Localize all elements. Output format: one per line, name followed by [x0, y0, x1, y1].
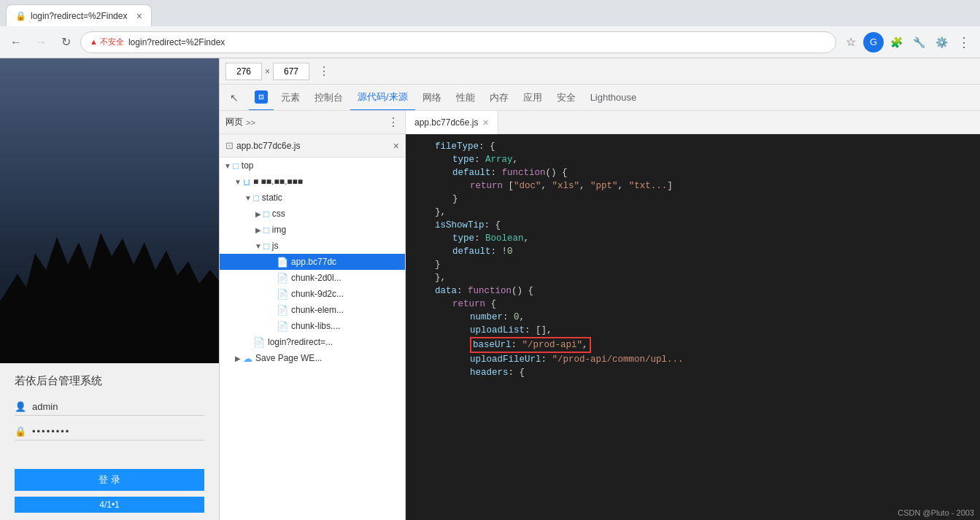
back-button[interactable]: ← — [6, 32, 26, 53]
file-tab-close[interactable]: × — [393, 140, 399, 152]
code-file-tab-item[interactable]: app.bc77dc6e.js × — [406, 111, 498, 134]
code-line-18: headers: { — [406, 366, 980, 379]
file-tab-name[interactable]: app.bc77dc6e.js — [236, 141, 300, 151]
tab-console[interactable]: 控制台 — [307, 85, 350, 111]
tab-security[interactable]: 安全 — [549, 85, 583, 111]
tab-elements-icon[interactable]: ⊡ — [249, 85, 274, 111]
tab-sources[interactable]: 源代码/来源 — [350, 85, 415, 111]
file-tree-panel: 网页 >> ⋮ ⊡ app.bc77dc6e.js × ▼ □ — [220, 111, 406, 520]
file-icon2: 📄 — [277, 289, 288, 300]
browser-toolbar: ← → ↻ ▲ 不安全 login?redirect=%2Findex ☆ G … — [0, 26, 980, 58]
menu-icon[interactable]: ⋮ — [954, 32, 974, 53]
code-line-16: baseUrl: "/prod-api", — [406, 337, 980, 353]
save-label: Save Page WE... — [255, 353, 322, 363]
tree-label: top — [242, 160, 254, 171]
line-num-3 — [406, 166, 435, 179]
browser-tab[interactable]: 🔒 login?redirect=%2Findex × — [6, 4, 152, 26]
line-num-4 — [406, 179, 435, 193]
arrow-icon2: ▼ — [233, 178, 243, 186]
file-tab: ⊡ app.bc77dc6e.js × — [220, 134, 405, 158]
webpage-label[interactable]: 网页 — [225, 116, 243, 128]
tab-close[interactable]: × — [136, 10, 142, 22]
tab-elements[interactable]: 元素 — [274, 85, 307, 111]
tree-item-js[interactable]: ▼ □ js — [220, 238, 405, 254]
username-field[interactable]: 👤 admin — [15, 398, 204, 416]
forward-button[interactable]: → — [31, 32, 51, 53]
code-line-3: default: function() { — [406, 166, 980, 179]
password-field[interactable]: 🔒 •••••••• — [15, 423, 204, 441]
elements-icon-box: ⊡ — [255, 90, 268, 104]
code-file-tab-bar: app.bc77dc6e.js × — [406, 111, 980, 134]
arrow-icon13: ▶ — [233, 354, 243, 362]
url-display: login?redirect=%2Findex — [128, 37, 225, 47]
folder-icon6: □ — [263, 241, 269, 252]
code-line-10: } — [406, 258, 980, 271]
line-num-11 — [406, 271, 435, 284]
code-tab-close[interactable]: × — [482, 117, 488, 128]
code-line-13: return { — [406, 298, 980, 311]
tree-item-domain[interactable]: ▼ ⊔ ■ ■■.■■.■■■ — [220, 174, 405, 190]
line-code-1: fileType: { — [435, 140, 495, 153]
tab-favicon: 🔒 — [15, 11, 26, 21]
line-code-3: default: function() { — [435, 166, 568, 179]
chunk1-label: chunk-2d0l... — [291, 273, 342, 283]
folder-icon5: □ — [263, 225, 269, 236]
tree-item-chunk1[interactable]: 📄 chunk-2d0l... — [220, 270, 405, 286]
tree-item-static[interactable]: ▼ □ static — [220, 190, 405, 206]
tab-network[interactable]: 网络 — [415, 85, 449, 111]
tree-item-top[interactable]: ▼ □ top — [220, 158, 405, 174]
arrow-icon: ▼ — [223, 162, 233, 170]
line-num-9 — [406, 245, 435, 258]
line-code-7: isShowTip: { — [435, 219, 501, 232]
width-input[interactable]: 276 — [225, 63, 262, 80]
login-button-preview: 登 录 — [15, 469, 204, 491]
tree-more-btn[interactable]: ⋮ — [387, 115, 399, 129]
password-value: •••••••• — [32, 426, 70, 437]
height-input[interactable]: 677 — [273, 63, 309, 80]
profile-icon[interactable]: G — [863, 32, 884, 53]
bookmark-icon[interactable]: ☆ — [841, 32, 861, 53]
line-num-7 — [406, 219, 435, 232]
devtools-tabs: ↖ ⊡ 元素 控制台 源代码/来源 网络 性能 内存 应用 安全 Lightho… — [220, 85, 980, 111]
file-icon3: 📄 — [277, 305, 288, 316]
user-icon: 👤 — [15, 401, 26, 412]
devtools-main: 网页 >> ⋮ ⊡ app.bc77dc6e.js × ▼ □ — [220, 111, 980, 520]
code-line-5: } — [406, 193, 980, 206]
code-line-17: uploadFileUrl: "/prod-api/common/upl... — [406, 353, 980, 366]
folder-icon2: ⊔ — [243, 176, 250, 187]
code-line-4: return ["doc", "xls", "ppt", "txt...] — [406, 179, 980, 193]
file-tree-header: 网页 >> ⋮ — [220, 111, 405, 134]
file-icon4: 📄 — [277, 321, 288, 332]
size-more-btn[interactable]: ⋮ — [318, 64, 330, 78]
address-bar[interactable]: ▲ 不安全 login?redirect=%2Findex — [80, 31, 836, 53]
webpage-preview: 若依后台管理系统 👤 admin 🔒 •••••••• 登 录 4/1•1 — [0, 58, 219, 520]
code-line-8: type: Boolean, — [406, 232, 980, 245]
extension-icon1[interactable]: 🧩 — [886, 32, 906, 53]
tree-item-chunk2[interactable]: 📄 chunk-9d2c... — [220, 286, 405, 302]
tree-item-chunk4[interactable]: 📄 chunk-libs.... — [220, 318, 405, 334]
extension-icon3[interactable]: ⚙️ — [931, 32, 952, 53]
reload-button[interactable]: ↻ — [55, 32, 76, 53]
tab-application[interactable]: 应用 — [516, 85, 549, 111]
folder-icon4: □ — [263, 209, 269, 220]
devtools-panel: 276 × 677 ⋮ ↖ ⊡ 元素 控制台 源代码/来源 网络 性能 内存 应… — [219, 58, 980, 520]
js-label: js — [272, 241, 279, 251]
tree-item-img[interactable]: ▶ □ img — [220, 222, 405, 238]
tab-performance[interactable]: 性能 — [449, 85, 482, 111]
line-num-15 — [406, 324, 435, 337]
extension-icon2[interactable]: 🔧 — [908, 32, 929, 53]
tab-memory[interactable]: 内存 — [482, 85, 516, 111]
tab-lighthouse[interactable]: Lighthouse — [583, 85, 644, 111]
line-num-14 — [406, 311, 435, 324]
tree-item-app-js[interactable]: 📄 app.bc77dc — [220, 254, 405, 270]
file-icon5: 📄 — [253, 337, 265, 348]
arrow-icon4: ▶ — [253, 210, 263, 218]
tree-item-css[interactable]: ▶ □ css — [220, 206, 405, 222]
line-num-16 — [406, 337, 435, 353]
tree-item-login[interactable]: 📄 login?redirect=... — [220, 334, 405, 350]
tab-cursor[interactable]: ↖ — [223, 85, 249, 111]
chunk3-label: chunk-elem... — [291, 305, 344, 315]
tree-item-chunk3[interactable]: 📄 chunk-elem... — [220, 302, 405, 318]
tree-item-save[interactable]: ▶ ☁ Save Page WE... — [220, 350, 405, 366]
line-num-17 — [406, 353, 435, 366]
